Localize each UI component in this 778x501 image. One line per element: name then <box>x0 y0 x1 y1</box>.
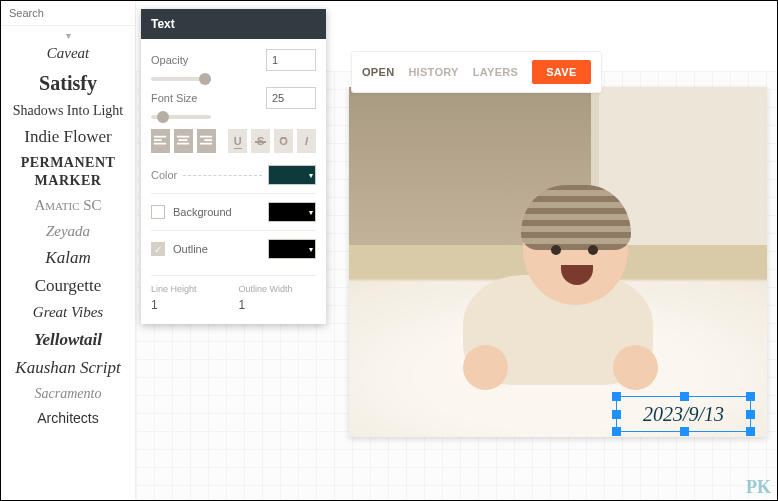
font-item-yellowtail[interactable]: Yellowtail <box>1 326 135 354</box>
background-checkbox[interactable] <box>151 205 165 219</box>
svg-rect-6 <box>200 136 212 138</box>
align-left-button[interactable] <box>151 129 170 153</box>
font-sidebar: ▾ Caveat Satisfy Shadows Into Light Indi… <box>1 1 136 500</box>
resize-handle-n[interactable] <box>680 392 689 401</box>
save-button[interactable]: SAVE <box>532 60 590 84</box>
resize-handle-s[interactable] <box>680 427 689 436</box>
font-item-indie[interactable]: Indie Flower <box>1 123 135 151</box>
outline-checkbox[interactable]: ✓ <box>151 242 165 256</box>
background-color-swatch[interactable]: ▾ <box>268 202 316 222</box>
font-item-shadows[interactable]: Shadows Into Light <box>1 99 135 123</box>
canvas-image[interactable] <box>349 87 767 437</box>
resize-handle-w[interactable] <box>612 410 621 419</box>
resize-handle-se[interactable] <box>746 427 755 436</box>
canvas-text[interactable]: 2023/9/13 <box>643 403 724 426</box>
svg-rect-1 <box>154 139 162 141</box>
svg-rect-7 <box>204 139 212 141</box>
font-item-kaushan[interactable]: Kaushan Script <box>1 354 135 382</box>
layers-button[interactable]: LAYERS <box>473 66 518 78</box>
editor-main: Text Opacity Font Size <box>136 1 777 500</box>
opacity-slider-thumb[interactable] <box>199 73 211 85</box>
underline-button[interactable]: U <box>228 129 247 153</box>
outline-color-swatch[interactable]: ▾ <box>268 239 316 259</box>
resize-handle-ne[interactable] <box>746 392 755 401</box>
opacity-slider[interactable] <box>151 77 211 81</box>
opacity-input[interactable] <box>266 49 316 71</box>
strikethrough-button[interactable]: S <box>251 129 270 153</box>
fontsize-label: Font Size <box>151 92 258 104</box>
font-item-amatic[interactable]: Amatic SC <box>1 193 135 219</box>
font-search-input[interactable] <box>1 1 135 26</box>
font-item-sacramento[interactable]: Sacramento <box>1 382 135 406</box>
svg-rect-5 <box>177 143 189 145</box>
outline-width-value[interactable]: 1 <box>239 298 317 312</box>
outline-label: Outline <box>173 243 208 255</box>
resize-handle-e[interactable] <box>746 410 755 419</box>
baby-illustration <box>443 185 673 395</box>
font-item-great-vibes[interactable]: Great Vibes <box>1 300 135 326</box>
svg-rect-3 <box>177 136 189 138</box>
opacity-label: Opacity <box>151 54 258 66</box>
fontsize-slider[interactable] <box>151 115 211 119</box>
history-button[interactable]: HISTORY <box>408 66 458 78</box>
font-item-architects[interactable]: Architects <box>1 406 135 430</box>
resize-handle-sw[interactable] <box>612 427 621 436</box>
panel-title: Text <box>141 9 326 39</box>
svg-rect-0 <box>154 136 166 138</box>
selected-text-box[interactable]: 2023/9/13 <box>616 396 751 432</box>
text-color-swatch[interactable]: ▾ <box>268 165 316 185</box>
font-item-kalam[interactable]: Kalam <box>1 244 135 272</box>
open-button[interactable]: OPEN <box>362 66 394 78</box>
line-height-label: Line Height <box>151 284 229 294</box>
font-item-courgette[interactable]: Courgette <box>1 272 135 300</box>
overline-button[interactable]: O <box>274 129 293 153</box>
text-properties-panel: Text Opacity Font Size <box>141 9 326 324</box>
fontsize-slider-thumb[interactable] <box>157 111 169 123</box>
outline-width-label: Outline Width <box>239 284 317 294</box>
svg-rect-2 <box>154 143 166 145</box>
font-item-caveat[interactable]: Caveat <box>1 41 135 67</box>
align-center-button[interactable] <box>174 129 193 153</box>
svg-rect-8 <box>200 143 212 145</box>
font-item-permanent-marker[interactable]: Permanent Marker <box>1 151 135 193</box>
editor-toolbar: OPEN HISTORY LAYERS SAVE <box>351 51 602 93</box>
font-list: ▾ Caveat Satisfy Shadows Into Light Indi… <box>1 26 135 500</box>
font-item-satisfy[interactable]: Satisfy <box>1 67 135 99</box>
italic-button[interactable]: I <box>297 129 316 153</box>
align-right-button[interactable] <box>197 129 216 153</box>
fontsize-input[interactable] <box>266 87 316 109</box>
line-height-value[interactable]: 1 <box>151 298 229 312</box>
resize-handle-nw[interactable] <box>612 392 621 401</box>
font-item-zeyada[interactable]: Zeyada <box>1 219 135 245</box>
color-label: Color <box>151 169 177 181</box>
background-label: Background <box>173 206 232 218</box>
svg-rect-4 <box>179 139 188 141</box>
